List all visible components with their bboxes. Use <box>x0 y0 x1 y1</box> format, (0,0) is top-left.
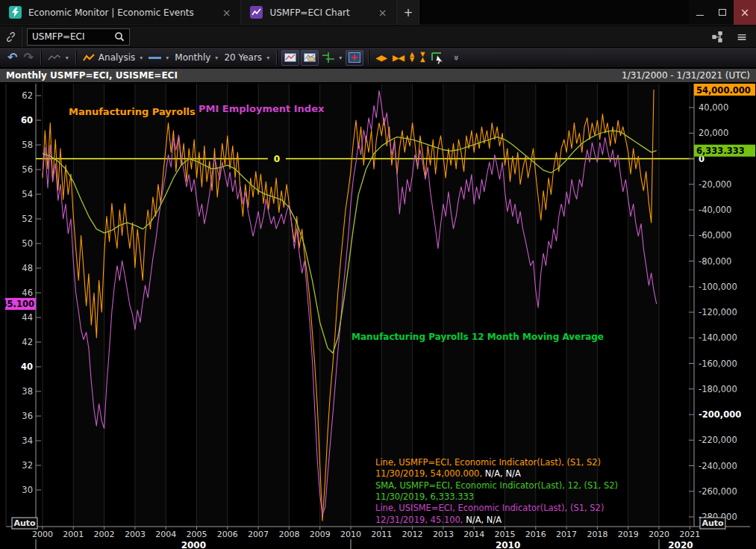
chart-title: Monthly USMFP=ECI, USISME=ECI <box>6 70 178 81</box>
legend-line: SMA, USMFP=ECI, Economic Indicator(Last)… <box>375 480 618 491</box>
analysis-dropdown[interactable]: Analysis ▾ <box>80 51 146 64</box>
close-icon[interactable]: × <box>220 7 234 19</box>
year-label: 2002 <box>94 530 115 539</box>
chain-link-icon <box>5 31 16 43</box>
lightning-icon <box>9 6 22 19</box>
selection-cursor-icon <box>431 52 446 64</box>
right-axis-label: -200,000 <box>699 409 741 420</box>
year-band <box>320 84 351 527</box>
left-axis-label: 52 <box>22 214 33 224</box>
interval-dropdown[interactable]: Monthly ▾ <box>172 51 221 64</box>
maximize-button[interactable] <box>711 0 734 25</box>
left-axis-label: 62 <box>22 90 33 101</box>
decade-label: 2020 <box>668 540 693 549</box>
tab-chart[interactable]: USMFP=ECI Chart × <box>241 0 397 25</box>
compress-vertical-button[interactable]: ▼▲ <box>420 52 425 63</box>
right-axis-label: -140,000 <box>699 332 737 343</box>
chart-toolbar: ↶ ↷ ▾ Analysis ▾ ▾ Monthly ▾ 20 Years ▾ <box>0 48 756 68</box>
chevron-down-icon: ▾ <box>140 55 143 61</box>
decade-label: 2000 <box>181 540 206 549</box>
year-label: 2009 <box>310 530 331 539</box>
line-color-dropdown[interactable]: ▾ <box>146 53 172 63</box>
chart-header: Monthly USMFP=ECI, USISME=ECI 1/31/2000 … <box>0 69 756 82</box>
price-badge-label: 45.100 <box>1 299 34 309</box>
year-label: 2004 <box>155 530 176 539</box>
right-axis-label: -180,000 <box>699 384 737 394</box>
series-annotation: Manufacturing Payrolls 12 Month Moving A… <box>352 332 604 342</box>
right-axis-label: -80,000 <box>699 256 731 267</box>
year-label: 2019 <box>618 530 639 539</box>
app-toolbar-row: ≡ <box>0 26 756 48</box>
year-band <box>135 84 166 527</box>
flex-layout-icon[interactable] <box>712 31 726 43</box>
right-axis-label: 40,000 <box>699 102 728 113</box>
interval-label: Monthly <box>175 52 210 63</box>
menu-icon[interactable]: ≡ <box>737 31 747 43</box>
link-channel-button[interactable] <box>0 26 22 48</box>
analysis-zigzag-icon <box>83 54 96 62</box>
left-axis-label: 48 <box>22 263 33 273</box>
chart-type-dropdown[interactable]: ▾ <box>45 52 72 63</box>
left-axis-label: 44 <box>22 312 33 323</box>
right-axis-label: 20,000 <box>699 128 728 138</box>
right-axis-label: -120,000 <box>699 307 737 317</box>
minimize-button[interactable] <box>689 0 711 25</box>
application-window: Economic Monitor | Economic Events × USM… <box>0 0 756 549</box>
compress-horizontal-button[interactable]: ▶◀ <box>393 54 404 62</box>
left-axis-auto-button-label: Auto <box>13 518 36 528</box>
add-subchart-button[interactable] <box>346 50 363 66</box>
right-axis-label: -60,000 <box>699 230 731 241</box>
year-label: 2013 <box>433 530 454 539</box>
series-annotation: Manufacturing Payrolls <box>69 106 196 117</box>
tab-economic-monitor[interactable]: Economic Monitor | Economic Events × <box>0 0 241 25</box>
undo-button[interactable]: ↶ <box>4 50 20 65</box>
year-label: 2003 <box>125 530 146 539</box>
right-axis-label: -20,000 <box>699 179 731 190</box>
right-axis-auto-button-label: Auto <box>702 518 724 528</box>
chart-hand-icon <box>304 53 316 62</box>
right-axis-label: -40,000 <box>699 205 731 215</box>
separator <box>368 50 369 65</box>
expand-vertical-button[interactable]: ▲▼ <box>410 52 414 63</box>
separator <box>40 50 41 65</box>
year-label: 2012 <box>402 530 423 539</box>
year-band <box>628 84 659 527</box>
redo-button[interactable]: ↷ <box>20 50 36 65</box>
tab-label: Economic Monitor | Economic Events <box>28 7 194 18</box>
left-axis-label: 54 <box>22 189 33 199</box>
price-badge-label: 54,000.000 <box>696 85 751 96</box>
chart-icon <box>284 53 296 62</box>
year-label: 2008 <box>278 530 299 539</box>
search-icon[interactable] <box>114 31 125 42</box>
window-controls: × <box>689 0 756 25</box>
maximize-icon <box>719 9 726 16</box>
chevron-down-icon: ▾ <box>266 55 269 61</box>
chevron-down-icon: ▾ <box>339 55 342 61</box>
line-style-icon <box>48 54 61 61</box>
chart-date-range: 1/31/2000 - 1/31/2021 (UTC) <box>622 70 750 81</box>
symbol-search-input[interactable] <box>32 31 114 42</box>
right-axis-label: -240,000 <box>699 461 737 471</box>
tab-bar: Economic Monitor | Economic Events × USM… <box>0 0 756 25</box>
symbol-search-box[interactable] <box>27 28 130 46</box>
left-axis-label: 40 <box>21 362 33 372</box>
line-chart-icon <box>250 6 263 19</box>
year-label: 2006 <box>217 530 238 539</box>
zoom-select-button[interactable] <box>428 50 449 66</box>
year-label: 2007 <box>248 530 269 539</box>
new-chart-button[interactable] <box>281 50 299 66</box>
new-tab-button[interactable]: + <box>397 0 419 25</box>
year-label: 2010 <box>340 530 361 539</box>
indicator-levels-dropdown[interactable]: ▾ <box>319 51 345 64</box>
range-dropdown[interactable]: 20 Years ▾ <box>221 51 272 64</box>
close-window-button[interactable]: × <box>734 0 756 25</box>
chart-canvas[interactable]: 0626058565452504846444240383634323040,00… <box>0 82 756 549</box>
edit-chart-button[interactable] <box>301 50 319 66</box>
expand-horizontal-button[interactable]: ◀▶ <box>375 54 387 62</box>
right-axis-label: -100,000 <box>699 282 737 292</box>
close-icon[interactable]: × <box>376 7 390 19</box>
legend-line: 11/30/2019, 6,333.333 <box>375 491 474 502</box>
chevron-down-icon: ▾ <box>166 55 169 61</box>
left-axis-label: 36 <box>22 411 33 421</box>
more-tools-chevron[interactable]: « <box>452 55 461 61</box>
